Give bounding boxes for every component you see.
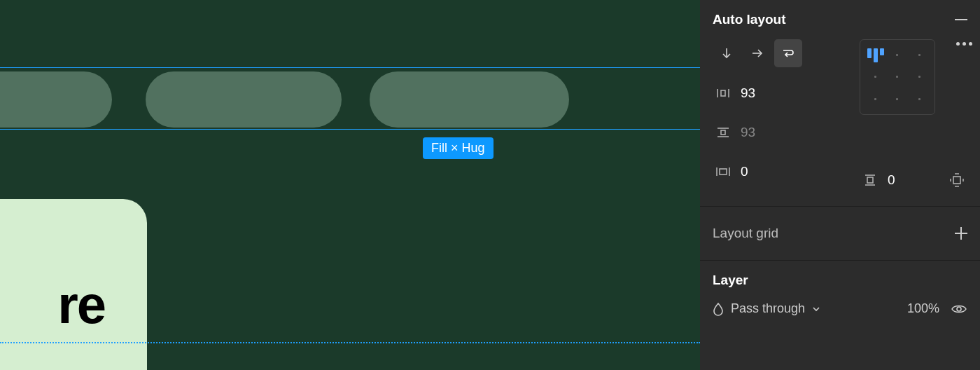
horizontal-padding-field[interactable]: 0 (713, 158, 855, 185)
section-title: Layout grid (713, 226, 778, 241)
horizontal-padding-icon (713, 165, 734, 178)
vertical-gap-icon (713, 126, 734, 139)
svg-point-5 (957, 307, 961, 311)
direction-vertical-button[interactable] (713, 39, 741, 67)
add-layout-grid-button[interactable] (955, 227, 967, 240)
svg-rect-4 (953, 177, 960, 184)
section-title: Layer (713, 273, 748, 288)
horizontal-gap-value: 93 (741, 85, 769, 101)
horizontal-padding-value: 0 (741, 164, 769, 179)
auto-layout-section: Auto layout (700, 0, 980, 207)
selection-edge (0, 67, 700, 68)
svg-rect-0 (721, 90, 725, 96)
spacing-guide (0, 342, 700, 343)
layer-section: Layer Pass through 100% (700, 261, 980, 329)
size-badge: Fill × Hug (423, 137, 493, 159)
direction-buttons (713, 39, 855, 67)
svg-rect-1 (721, 130, 725, 135)
alignment-grid[interactable] (860, 39, 935, 115)
design-panel: Auto layout (700, 0, 980, 370)
advanced-options-button[interactable] (956, 42, 972, 46)
layout-grid-section: Layout grid (700, 207, 980, 261)
blend-mode-select[interactable]: Pass through (713, 301, 820, 316)
pill-shape (370, 71, 569, 128)
pill-shape (146, 71, 342, 128)
blend-droplet-icon (713, 302, 724, 316)
collapse-icon[interactable] (955, 19, 967, 20)
section-title: Auto layout (713, 12, 786, 27)
independent-padding-button[interactable] (946, 173, 967, 187)
vertical-padding-field[interactable]: 0 (860, 172, 916, 188)
card-shape: re (0, 199, 147, 370)
horizontal-gap-icon (713, 87, 734, 100)
chevron-down-icon (812, 306, 820, 312)
vertical-padding-icon (860, 174, 881, 186)
visibility-toggle[interactable] (951, 303, 967, 315)
blend-mode-value: Pass through (731, 301, 805, 316)
svg-rect-2 (720, 169, 727, 174)
pill-shape (0, 71, 112, 128)
vertical-gap-value: 93 (741, 125, 769, 140)
vertical-padding-value: 0 (888, 172, 916, 188)
horizontal-gap-field[interactable]: 93 (713, 80, 855, 107)
direction-horizontal-button[interactable] (743, 39, 771, 67)
opacity-value[interactable]: 100% (907, 301, 939, 316)
selection-edge (0, 129, 700, 130)
card-text: re (57, 274, 105, 335)
design-canvas[interactable]: Fill × Hug re (0, 0, 700, 370)
direction-wrap-button[interactable] (774, 39, 802, 67)
svg-rect-3 (867, 177, 873, 183)
vertical-gap-field[interactable]: 93 (713, 119, 855, 146)
